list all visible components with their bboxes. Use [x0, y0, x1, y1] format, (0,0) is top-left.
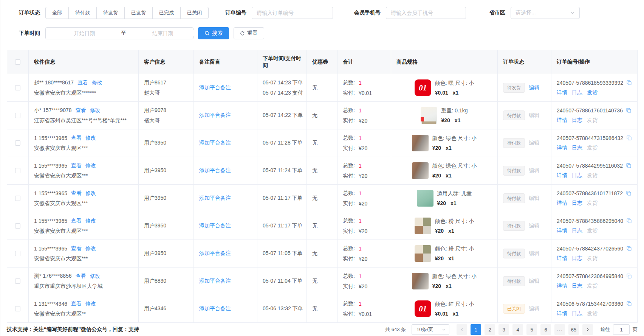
modify-link[interactable]: 修改: [85, 135, 96, 142]
page-button-65[interactable]: 65: [568, 324, 579, 335]
log-link[interactable]: 日志: [572, 200, 582, 207]
view-link[interactable]: 查看: [71, 190, 82, 197]
add-remark-link[interactable]: 添加平台备注: [199, 140, 252, 146]
copy-icon[interactable]: [626, 107, 632, 113]
modify-link[interactable]: 修改: [85, 218, 96, 224]
goto-page-input[interactable]: [613, 324, 630, 335]
modify-link[interactable]: 修改: [90, 273, 101, 280]
tab-closed[interactable]: 已关闭: [180, 7, 209, 19]
view-link[interactable]: 查看: [71, 218, 82, 224]
page-button-1[interactable]: 1: [471, 324, 481, 335]
log-link[interactable]: 日志: [572, 172, 582, 179]
edit-link[interactable]: 编辑: [529, 112, 539, 119]
edit-link[interactable]: 编辑: [529, 195, 539, 202]
view-link[interactable]: 查看: [71, 135, 82, 142]
add-remark-link[interactable]: 添加平台备注: [199, 84, 252, 91]
prev-page-button[interactable]: [457, 324, 467, 335]
modify-link[interactable]: 修改: [92, 79, 102, 86]
view-link[interactable]: 查看: [77, 79, 88, 86]
modify-link[interactable]: 修改: [85, 245, 96, 252]
detail-link[interactable]: 详情: [557, 283, 567, 289]
ship-link[interactable]: 发货: [587, 283, 598, 289]
ship-link[interactable]: 发货: [587, 117, 598, 124]
ship-link[interactable]: 发货: [587, 227, 598, 234]
page-button-2[interactable]: 2: [485, 324, 495, 335]
log-link[interactable]: 日志: [572, 89, 582, 96]
modify-link[interactable]: 修改: [90, 107, 101, 114]
region-select[interactable]: 请选择...: [511, 7, 580, 19]
tab-all[interactable]: 全部: [45, 7, 69, 19]
view-link[interactable]: 查看: [71, 162, 82, 169]
log-link[interactable]: 日志: [572, 117, 582, 124]
ship-link[interactable]: 发货: [587, 200, 598, 207]
search-button[interactable]: 搜索: [198, 27, 229, 39]
copy-icon[interactable]: [626, 80, 632, 86]
copy-icon[interactable]: [626, 273, 632, 279]
log-link[interactable]: 日志: [572, 283, 582, 289]
ship-link[interactable]: 发货: [587, 310, 598, 317]
copy-icon[interactable]: [626, 190, 632, 196]
row-checkbox[interactable]: [15, 278, 20, 284]
tab-pending-shipment[interactable]: 待发货: [96, 7, 125, 19]
tab-pending-payment[interactable]: 待付款: [68, 7, 97, 19]
more-pages-button[interactable]: ···: [554, 324, 565, 335]
view-link[interactable]: 查看: [76, 273, 86, 280]
order-no-input[interactable]: [252, 7, 333, 19]
log-link[interactable]: 日志: [572, 227, 582, 234]
page-button-3[interactable]: 3: [498, 324, 509, 335]
start-date-input[interactable]: [50, 30, 119, 36]
edit-link[interactable]: 编辑: [529, 222, 539, 229]
reset-button[interactable]: 重置: [234, 27, 264, 39]
log-link[interactable]: 日志: [572, 255, 582, 262]
detail-link[interactable]: 详情: [557, 117, 567, 124]
row-checkbox[interactable]: [15, 196, 20, 201]
edit-link[interactable]: 编辑: [529, 305, 539, 312]
member-phone-input[interactable]: [386, 7, 466, 19]
row-checkbox[interactable]: [15, 251, 20, 256]
add-remark-link[interactable]: 添加平台备注: [199, 222, 252, 229]
edit-link[interactable]: 编辑: [529, 167, 539, 174]
copy-icon[interactable]: [626, 301, 632, 306]
detail-link[interactable]: 详情: [557, 89, 567, 96]
add-remark-link[interactable]: 添加平台备注: [199, 278, 252, 285]
next-page-button[interactable]: [582, 324, 593, 335]
tab-shipped[interactable]: 已发货: [124, 7, 153, 19]
add-remark-link[interactable]: 添加平台备注: [199, 195, 252, 202]
detail-link[interactable]: 详情: [557, 227, 567, 234]
ship-link[interactable]: 发货: [587, 172, 598, 179]
add-remark-link[interactable]: 添加平台备注: [199, 250, 252, 257]
tab-completed[interactable]: 已完成: [152, 7, 181, 19]
row-checkbox[interactable]: [15, 140, 20, 146]
select-all-checkbox[interactable]: [15, 59, 20, 65]
detail-link[interactable]: 详情: [557, 255, 567, 262]
row-checkbox[interactable]: [15, 168, 20, 173]
add-remark-link[interactable]: 添加平台备注: [199, 167, 252, 174]
page-button-4[interactable]: 4: [512, 324, 523, 335]
detail-link[interactable]: 详情: [557, 310, 567, 317]
copy-icon[interactable]: [626, 246, 632, 251]
edit-link[interactable]: 编辑: [529, 250, 539, 257]
copy-icon[interactable]: [626, 218, 632, 224]
ship-link[interactable]: 发货: [587, 145, 598, 151]
date-range-picker[interactable]: 至: [45, 27, 194, 39]
row-checkbox[interactable]: [15, 223, 20, 229]
detail-link[interactable]: 详情: [557, 200, 567, 207]
row-checkbox[interactable]: [15, 306, 20, 311]
detail-link[interactable]: 详情: [557, 172, 567, 179]
ship-link[interactable]: 发货: [587, 255, 598, 262]
page-button-6[interactable]: 6: [540, 324, 551, 335]
end-date-input[interactable]: [128, 30, 197, 36]
modify-link[interactable]: 修改: [85, 162, 96, 169]
view-link[interactable]: 查看: [71, 245, 82, 252]
view-link[interactable]: 查看: [71, 300, 82, 307]
row-checkbox[interactable]: [15, 85, 20, 90]
page-button-5[interactable]: 5: [526, 324, 537, 335]
log-link[interactable]: 日志: [572, 310, 582, 317]
row-checkbox[interactable]: [15, 113, 20, 118]
view-link[interactable]: 查看: [76, 107, 86, 114]
edit-link[interactable]: 编辑: [529, 140, 539, 146]
copy-icon[interactable]: [626, 163, 632, 168]
detail-link[interactable]: 详情: [557, 145, 567, 151]
edit-link[interactable]: 编辑: [529, 84, 539, 91]
page-size-select[interactable]: 10条/页: [412, 324, 449, 335]
